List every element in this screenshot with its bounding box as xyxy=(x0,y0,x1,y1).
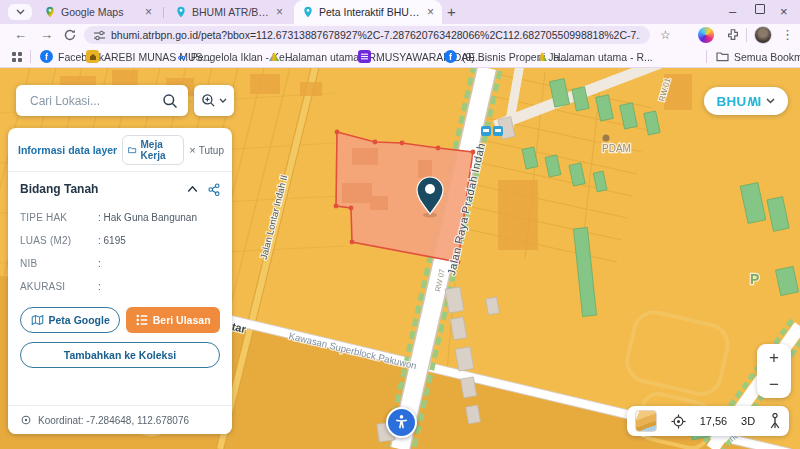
bookmarks-bar: f Facebook AREBI MUNAS MUS... ∞ Pengelol… xyxy=(0,46,800,68)
chevron-up-icon[interactable] xyxy=(187,185,198,193)
browser-toolbar: ← → bhumi.atrbpn.go.id/peta?bbox=112.673… xyxy=(0,24,800,46)
tab-strip: Google Maps × BHUMI ATR/BPN × Peta Inter… xyxy=(0,0,800,24)
poi-dot xyxy=(603,135,610,142)
review-list-icon xyxy=(136,314,148,326)
search-box[interactable] xyxy=(16,85,188,116)
workspace-folder-icon xyxy=(128,145,136,155)
window-maximize-button[interactable] xyxy=(755,4,765,14)
tab-label: Google Maps xyxy=(61,6,140,18)
locate-icon[interactable] xyxy=(671,414,686,429)
zoom-in-button[interactable]: + xyxy=(757,344,791,371)
toolbar-divider xyxy=(746,28,747,42)
field-row: AKURASI : xyxy=(20,275,220,298)
search-plus-icon xyxy=(201,93,216,108)
reload-icon[interactable] xyxy=(64,29,76,41)
advanced-search-button[interactable] xyxy=(194,85,234,116)
google-ads-icon xyxy=(268,51,280,62)
profile-avatar[interactable] xyxy=(754,26,772,44)
tab-google-maps[interactable]: Google Maps × xyxy=(36,0,160,24)
bookmark-label: Halaman utama - R... xyxy=(553,51,653,63)
bookmark-halaman-2[interactable]: Halaman utama - R... xyxy=(536,46,653,67)
beri-ulasan-button[interactable]: Beri Ulasan xyxy=(126,307,220,333)
beri-ulasan-label: Beri Ulasan xyxy=(153,314,211,326)
tab-label: BHUMI ATR/BPN xyxy=(192,6,271,18)
apps-grid-icon[interactable] xyxy=(12,52,22,62)
window-minimize-button[interactable]: – xyxy=(729,4,736,19)
tab-peta-interaktif-active[interactable]: Peta Interaktif BHUMI ATR/BPN × xyxy=(294,0,442,24)
tab-close-icon[interactable]: × xyxy=(145,6,152,18)
tambahkan-koleksi-label: Tambahkan ke Koleksi xyxy=(64,349,176,361)
zoom-controls: + − xyxy=(757,344,791,398)
bhumi-logo: BHU/\/\I xyxy=(717,94,762,109)
tutup-label: Tutup xyxy=(199,145,224,156)
label-pdam: PDAM xyxy=(602,143,631,154)
app-window: Jalan Raya Pradah Indah Jalan Lontar Ind… xyxy=(0,0,800,449)
search-icon[interactable] xyxy=(162,93,178,109)
window-close-button[interactable]: × xyxy=(780,4,788,19)
tab-bhumi[interactable]: BHUMI ATR/BPN × xyxy=(167,0,291,24)
panel-header: Informasi data layer Meja Kerja × Tutup xyxy=(8,128,232,172)
extensions-puzzle-icon[interactable] xyxy=(726,28,740,42)
map-icon xyxy=(31,314,44,326)
coordinate-target-icon xyxy=(20,414,32,426)
zoom-out-button[interactable]: − xyxy=(757,371,791,398)
bookmarks-divider xyxy=(30,50,31,63)
tutup-button[interactable]: × Tutup xyxy=(189,144,224,156)
field-row: LUAS (M2) : 6195 xyxy=(20,229,220,252)
meja-kerja-button[interactable]: Meja Kerja xyxy=(122,135,184,165)
section-title: Bidang Tanah xyxy=(20,182,187,196)
google-ads-icon xyxy=(536,51,548,62)
tab-close-icon[interactable]: × xyxy=(427,6,434,18)
all-bookmarks-button[interactable]: Semua Bookmark xyxy=(716,46,800,67)
tab-close-icon[interactable]: × xyxy=(276,6,283,18)
panel-title: Informasi data layer xyxy=(18,144,117,156)
parcel-fields: TIPE HAK : Hak Guna Bangunan LUAS (M2) :… xyxy=(8,200,232,298)
bookmarks-divider xyxy=(706,50,707,63)
basemap-switcher[interactable] xyxy=(635,410,657,432)
field-label: TIPE HAK xyxy=(20,212,98,223)
field-value: : xyxy=(98,281,101,292)
zoom-level-value[interactable]: 17,56 xyxy=(700,415,728,427)
field-row: NIB : xyxy=(20,252,220,275)
browser-menu-icon[interactable]: ⋮ xyxy=(781,27,794,43)
tab-label: Peta Interaktif BHUMI ATR/BPN xyxy=(319,6,422,18)
field-value: : Hak Guna Bangunan xyxy=(98,212,197,223)
search-input[interactable] xyxy=(28,93,162,109)
url-bar[interactable]: bhumi.atrbpn.go.id/peta?bbox=112.6731388… xyxy=(84,26,650,44)
all-bookmarks-label: Semua Bookmark xyxy=(734,51,800,63)
tab-divider xyxy=(163,7,164,18)
label-parking: P xyxy=(750,271,759,287)
accessibility-icon xyxy=(393,414,410,431)
bookmark-star-icon[interactable]: ☆ xyxy=(660,27,671,43)
google-maps-pin-icon xyxy=(44,6,56,18)
meja-kerja-label: Meja Kerja xyxy=(141,139,179,161)
coordinate-bar: Koordinat: -7.284648, 112.678076 xyxy=(8,405,232,434)
accessibility-button[interactable] xyxy=(386,407,417,438)
chevron-down-icon xyxy=(219,98,227,103)
info-panel: Informasi data layer Meja Kerja × Tutup … xyxy=(8,128,232,434)
tambahkan-koleksi-button[interactable]: Tambahkan ke Koleksi xyxy=(20,342,220,368)
tab-search-button[interactable] xyxy=(8,4,32,20)
back-icon[interactable]: ← xyxy=(14,27,27,43)
coordinate-text: Koordinat: -7.284648, 112.678076 xyxy=(38,415,189,426)
field-value: : 6195 xyxy=(98,235,126,246)
bhumi-pin-icon xyxy=(302,6,314,18)
bhumi-logo-button[interactable]: BHU/\/\I xyxy=(704,87,788,115)
layer-section-header[interactable]: Bidang Tanah xyxy=(8,172,232,200)
chevron-down-icon xyxy=(16,9,25,15)
new-tab-button[interactable]: + xyxy=(447,3,456,20)
3d-mode-button[interactable]: 3D xyxy=(741,415,755,427)
peta-google-button[interactable]: Peta Google xyxy=(20,307,120,333)
site-settings-icon[interactable] xyxy=(94,30,105,41)
field-value: : xyxy=(98,258,101,269)
map-toolbar: 17,56 3D xyxy=(627,406,789,436)
field-row: TIPE HAK : Hak Guna Bangunan xyxy=(20,206,220,229)
pegman-icon[interactable] xyxy=(769,413,781,429)
field-label: AKURASI xyxy=(20,281,98,292)
close-icon: × xyxy=(189,144,195,156)
musyawarah-icon xyxy=(358,50,371,63)
forward-icon[interactable]: → xyxy=(40,27,53,43)
extension-icon[interactable] xyxy=(698,27,714,43)
field-label: LUAS (M2) xyxy=(20,235,98,246)
share-icon[interactable] xyxy=(207,183,220,196)
